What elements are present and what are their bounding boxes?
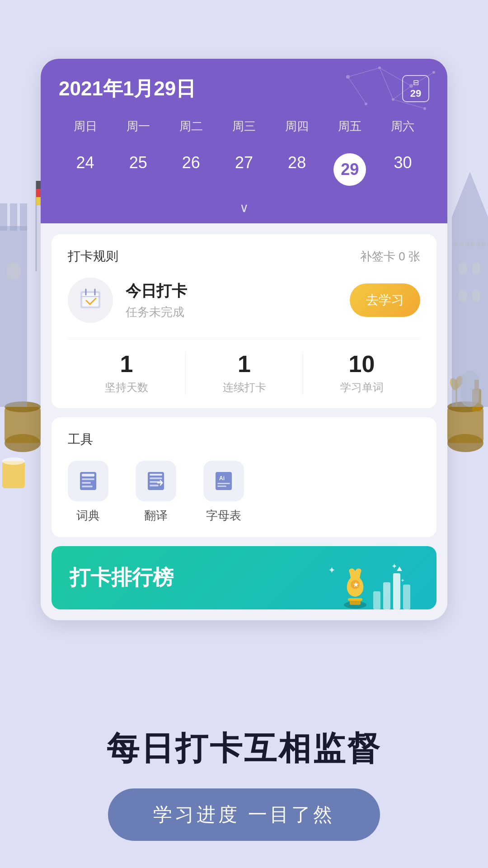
svg-line-44 [411,72,434,86]
date-28[interactable]: 28 [271,145,324,194]
svg-point-4 [2,458,25,465]
svg-marker-23 [452,172,488,217]
today-text: 今日打卡 任务未完成 [126,281,350,320]
svg-rect-9 [7,262,20,280]
svg-rect-63 [150,477,162,479]
weekday-mon: 周一 [112,115,164,138]
date-27[interactable]: 27 [217,145,270,194]
svg-text:✦: ✦ [391,562,397,570]
svg-line-42 [348,68,380,77]
tool-dictionary[interactable]: 词典 [68,461,108,524]
go-study-button[interactable]: 去学习 [350,283,420,317]
weekday-sun: 周日 [59,115,112,138]
svg-rect-77 [350,600,361,605]
svg-rect-57 [82,474,94,476]
svg-rect-3 [2,461,25,488]
svg-text:★: ★ [353,581,359,588]
stat-persistence: 1 坚持天数 [68,352,185,395]
today-checkin-subtitle: 任务未完成 [126,304,350,320]
svg-line-46 [348,77,366,104]
stat-words-label: 学习单词 [340,380,384,395]
svg-rect-6 [0,203,7,231]
checkin-top-row: 打卡规则 补签卡 0 张 [68,248,420,265]
svg-point-31 [465,242,469,246]
date-26[interactable]: 26 [164,145,217,194]
checkin-supplement-label[interactable]: 补签卡 0 张 [360,249,420,264]
svg-rect-62 [150,474,162,476]
svg-rect-25 [472,262,480,275]
svg-point-32 [470,242,475,246]
tool-alphabet[interactable]: Ai 字母表 [203,461,244,524]
weekday-wed: 周三 [217,115,270,138]
calendar-header: 2021年1月29日 ⊟ 29 周日 周一 周二 周三 周四 周五 周六 24 … [41,59,447,223]
stat-persistence-num: 1 [120,352,133,376]
svg-point-29 [454,242,459,246]
svg-rect-28 [461,371,479,407]
alphabet-icon-wrap: Ai [203,461,244,501]
stats-row: 1 坚持天数 1 连续打卡 10 学习单词 [68,339,420,395]
bottom-section: 每日打卡互相监督 学习进度 一目了然 [0,727,488,841]
svg-text:Ai: Ai [219,475,225,481]
dictionary-icon-wrap [68,461,108,501]
calendar-dropdown-arrow[interactable]: ∨ [59,194,429,223]
tools-row: 词典 [68,461,420,524]
svg-rect-59 [82,482,91,484]
svg-point-30 [460,242,464,246]
svg-rect-72 [217,486,226,487]
svg-line-43 [380,68,411,86]
svg-text:✦: ✦ [328,565,336,575]
today-checkin-icon [68,278,113,323]
date-30[interactable]: 30 [376,145,429,194]
svg-rect-24 [459,262,467,275]
app-card: 2021年1月29日 ⊟ 29 周日 周一 周二 周三 周四 周五 周六 24 … [41,59,447,620]
svg-rect-7 [10,203,17,231]
weekday-tue: 周二 [164,115,217,138]
stat-streak-num: 1 [238,352,251,376]
svg-rect-60 [82,486,93,487]
tool-translate[interactable]: 翻译 [136,461,176,524]
date-24[interactable]: 24 [59,145,112,194]
tools-card: 工具 词典 [52,417,436,537]
svg-point-33 [476,242,480,246]
svg-rect-84 [403,585,410,609]
active-date-circle: 29 [333,153,366,186]
checkin-rules-label[interactable]: 打卡规则 [68,248,118,265]
date-29-active[interactable]: 29 [324,145,376,194]
ranking-banner[interactable]: 打卡排行榜 ✦ ✦ ✦ ★ [52,546,436,609]
checkin-card: 打卡规则 补签卡 0 张 今日打卡 [52,234,436,408]
svg-rect-27 [472,289,480,302]
stat-streak: 1 连续打卡 [185,352,303,395]
ranking-label: 打卡排行榜 [70,564,174,592]
arrow-icon: ∨ [239,201,249,215]
ranking-decoration: ✦ ✦ ✦ ★ [328,560,418,609]
bottom-cta-button[interactable]: 学习进度 一目了然 [108,788,380,841]
content-area: 打卡规则 补签卡 0 张 今日打卡 [41,223,447,620]
svg-rect-71 [217,483,230,484]
svg-line-47 [393,99,425,108]
svg-rect-78 [348,598,362,601]
translate-icon-wrap [136,461,176,501]
svg-marker-85 [397,566,402,571]
svg-rect-26 [459,289,467,302]
bottom-title: 每日打卡互相监督 [107,727,381,770]
today-checkin-title: 今日打卡 [126,281,350,302]
svg-rect-81 [373,591,380,609]
calendar-title: 2021年1月29日 [59,75,196,102]
svg-line-45 [380,68,393,99]
tools-title: 工具 [68,431,420,448]
dictionary-label: 词典 [76,508,100,524]
svg-point-34 [481,242,486,246]
svg-rect-8 [20,203,27,231]
stat-words-num: 10 [349,352,375,376]
svg-line-48 [393,86,411,99]
alphabet-label: 字母表 [206,508,241,524]
stat-persistence-label: 坚持天数 [105,380,148,395]
today-checkin-row: 今日打卡 任务未完成 去学习 [68,278,420,323]
stat-words: 10 学习单词 [303,352,420,395]
date-25[interactable]: 25 [112,145,164,194]
svg-rect-5 [0,226,27,407]
svg-rect-82 [383,582,390,609]
date-row: 24 25 26 27 28 29 30 [59,145,429,194]
translate-label: 翻译 [144,508,168,524]
stat-streak-label: 连续打卡 [223,380,266,395]
